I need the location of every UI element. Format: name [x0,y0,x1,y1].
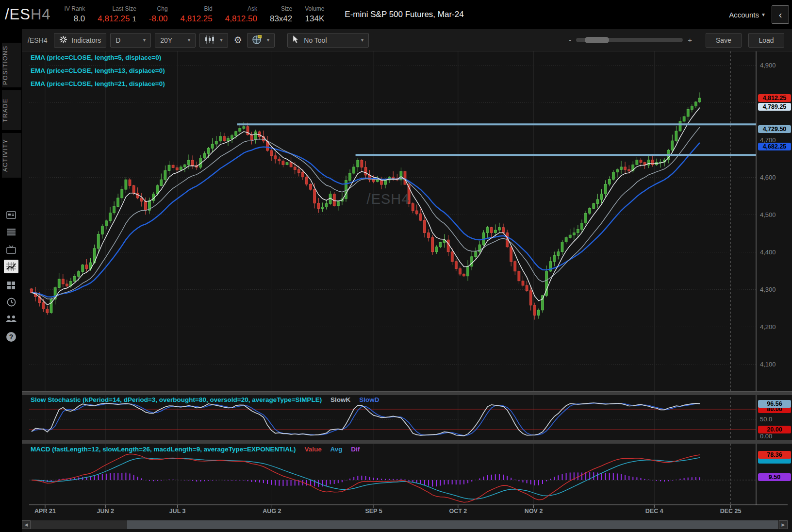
chevron-down-icon: ▾ [220,37,223,43]
view-mode-dropdown[interactable]: ▾ [247,33,275,48]
price-axis-label: 4,500 [760,211,776,218]
scrollbar-thumb[interactable] [127,520,778,529]
contract-description: E-mini S&P 500 Futures, Mar-24 [345,10,463,19]
chevron-down-icon: ▾ [143,37,146,43]
time-axis-label: AUG 2 [263,508,281,515]
chart-area: /ESH4 Indicators D▾ 20Y▾ ▾ ⚙ ▾ [22,29,792,532]
axis-badge: 4,789.25 [758,103,791,111]
slowk-legend: SlowK [330,396,350,403]
field-ask: Ask4,812.50 [225,5,257,24]
stoch-axis-label: 50.0 [760,416,772,423]
chart-body: EMA (price=CLOSE, length=5, displace=0) … [22,51,792,532]
time-axis-label: DEC 25 [720,508,742,515]
axis-badge: 96.56 [758,400,791,408]
field-size: Size83x42 [270,5,292,24]
time-axis-label: JUN 2 [97,508,114,515]
price-axis-label: 4,300 [760,286,776,293]
axis-badge: 4,729.50 [758,125,791,133]
drawing-tool-dropdown[interactable]: No Tool ▾ [287,33,369,48]
quote-fields: IV Rank8.0 Last Size4,812.251 Chg-8.00 B… [65,5,337,24]
symbol-title: /ESH4 [5,6,51,23]
zoom-slider[interactable] [576,38,683,42]
zoom-out-button[interactable]: - [569,36,571,44]
axis-badge: 9.50 [758,473,791,481]
ema5-study-label[interactable]: EMA (price=CLOSE, length=5, displace=0) [31,54,161,61]
chart-plot[interactable] [22,51,792,532]
time-axis-label: DEC 4 [645,508,663,515]
ema13-study-label[interactable]: EMA (price=CLOSE, length=13, displace=0) [31,67,165,74]
symbol-root: /ES [5,6,31,23]
macd-dif-legend: Dif [351,446,360,453]
field-volume: Volume134K [305,5,324,24]
sidebar-tab-trade[interactable]: TRADE [2,90,21,130]
quotes-icon[interactable] [4,208,18,222]
panel-divider[interactable] [22,391,792,395]
axis-badge: 4,682.25 [758,143,791,150]
header: /ESH4 IV Rank8.0 Last Size4,812.251 Chg-… [0,0,792,29]
candlestick-type-icon [205,35,215,45]
apps-grid-icon[interactable] [4,279,18,292]
price-axis-label: 4,600 [760,174,776,181]
stoch-study-label[interactable]: Slow Stochastic (kPeriod=14, dPeriod=3, … [31,396,379,403]
community-icon[interactable] [4,312,18,326]
chevron-down-icon: ▾ [188,37,191,43]
scroll-right-button[interactable]: ▶ [779,520,788,529]
help-icon[interactable]: ? [4,330,18,344]
stoch-axis-label: 0.00 [760,432,772,440]
time-scrollbar[interactable]: ◀ ▶ [22,520,788,529]
price-axis-label: 4,100 [760,361,776,368]
field-iv-rank: IV Rank8.0 [65,5,85,24]
save-button[interactable]: Save [706,33,742,48]
watchlist-icon[interactable] [4,225,18,239]
charts-icon[interactable] [4,260,18,273]
time-axis-label: SEP 5 [365,508,382,515]
chevron-down-icon: ▾ [762,11,765,18]
macd-avg-legend: Avg [330,446,342,453]
app-window: /ESH4 IV Rank8.0 Last Size4,812.251 Chg-… [0,0,792,532]
toolbar-symbol-label: /ESH4 [28,36,47,44]
price-axis-label: 4,900 [760,62,776,69]
collapse-panel-button[interactable]: ‹ [772,5,789,24]
ema21-study-label[interactable]: EMA (price=CLOSE, length=21, displace=0) [31,80,165,87]
price-axis-label: 4,400 [760,249,776,256]
chart-toolbar: /ESH4 Indicators D▾ 20Y▾ ▾ ⚙ ▾ [22,29,792,51]
time-axis-label: JUL 3 [169,508,186,515]
slowd-legend: SlowD [359,396,379,403]
globe-grid-icon [252,35,262,46]
sidebar-tab-activity[interactable]: ACTIVITY [2,133,21,178]
chevron-down-icon: ▾ [361,37,364,43]
sidebar: POSITIONS TRADE ACTIVITY ? [0,29,22,532]
time-axis-label: NOV 2 [525,508,543,515]
toolbar-right-group: - + Save Load [564,33,792,48]
scrollbar-track[interactable] [31,520,779,529]
field-last-size: Last Size4,812.251 [98,5,136,24]
symbol-contract: H4 [31,6,51,23]
field-bid: Bid4,812.25 [181,5,213,24]
chart-type-dropdown[interactable]: ▾ [199,33,228,48]
accounts-menu[interactable]: Accounts▾ [729,11,765,19]
panel-divider[interactable] [22,440,792,444]
gear-icon[interactable]: ⚙ [234,34,242,46]
indicators-button[interactable]: Indicators [54,33,106,48]
timeframe-dropdown[interactable]: D▾ [110,33,151,48]
axis-badge: 78.36 [758,451,791,459]
load-button[interactable]: Load [748,33,784,48]
axis-badge: 4,812.25 [758,94,791,102]
cursor-icon [293,35,299,45]
history-clock-icon[interactable] [4,295,18,309]
range-dropdown[interactable]: 20Y▾ [155,33,196,48]
zoom-in-button[interactable]: + [688,36,692,44]
time-axis-label: OCT 2 [449,508,467,515]
sidebar-tab-positions[interactable]: POSITIONS [2,43,21,87]
field-chg: Chg-8.00 [149,5,168,24]
macd-value-legend: Value [304,446,321,453]
zoom-slider-thumb[interactable] [585,37,609,43]
macd-study-label[interactable]: MACD (fastLength=12, slowLength=26, macd… [31,446,360,453]
tv-icon[interactable] [4,243,18,256]
price-axis-label: 4,200 [760,323,776,331]
axis-badge: 20.00 [758,426,791,433]
scroll-left-button[interactable]: ◀ [22,520,31,529]
studies-burst-icon [59,35,67,45]
time-axis-label: APR 21 [34,508,56,515]
chevron-down-icon: ▾ [267,37,270,43]
